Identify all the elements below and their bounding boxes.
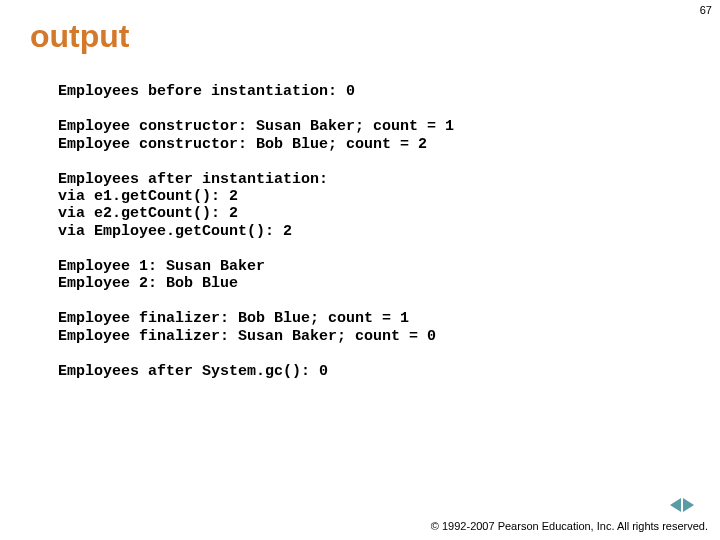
output-line: Employee constructor: Bob Blue; count = … [58,136,720,153]
output-line: via e2.getCount(): 2 [58,205,720,222]
output-line: Employee 2: Bob Blue [58,275,720,292]
output-line: Employees after System.gc(): 0 [58,363,720,380]
output-line: via Employee.getCount(): 2 [58,223,720,240]
slide-title: output [0,0,720,55]
next-slide-icon[interactable] [683,498,694,512]
output-content: Employees before instantiation: 0 Employ… [0,55,720,380]
output-line: Employees before instantiation: 0 [58,83,720,100]
output-line: Employee finalizer: Bob Blue; count = 1 [58,310,720,327]
nav-controls [670,498,694,512]
output-line: Employees after instantiation: [58,171,720,188]
output-line: Employee finalizer: Susan Baker; count =… [58,328,720,345]
output-line: Employee constructor: Susan Baker; count… [58,118,720,135]
footer-copyright: © 1992-2007 Pearson Education, Inc. All … [431,520,708,532]
output-line: Employee 1: Susan Baker [58,258,720,275]
prev-slide-icon[interactable] [670,498,681,512]
output-line: via e1.getCount(): 2 [58,188,720,205]
page-number: 67 [700,4,712,16]
